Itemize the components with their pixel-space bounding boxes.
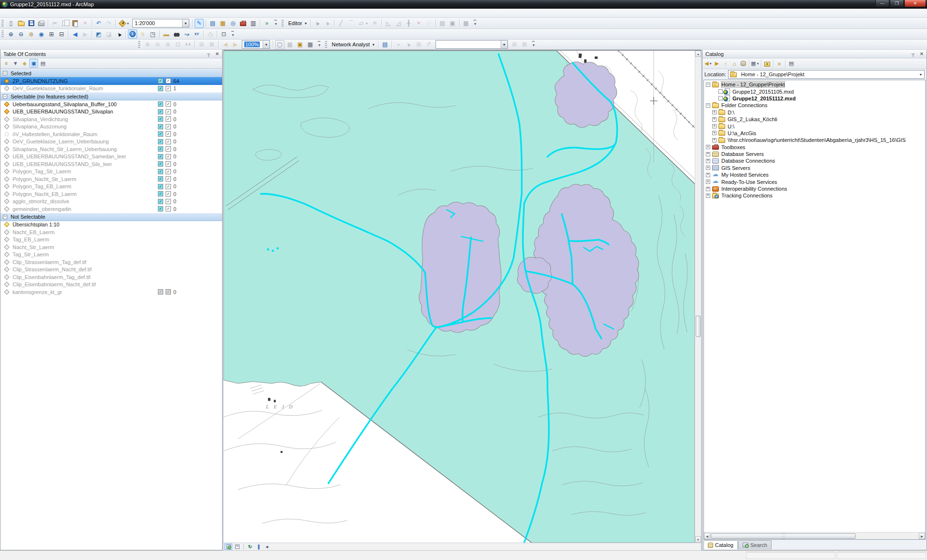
catalog-tree-item[interactable]: D:\ [704,109,925,116]
pause-drawing-icon[interactable]: ∥ [255,544,263,550]
menu-item[interactable] [56,12,63,14]
network-build-icon[interactable]: ⊠ [520,40,529,49]
table-of-contents-window-icon[interactable]: ▤ [208,19,217,28]
selectable-checkbox[interactable]: ✓ [158,146,163,152]
expander-icon[interactable] [718,96,723,100]
default-geodatabase-icon[interactable] [739,59,747,68]
delete-icon[interactable]: × [81,19,90,28]
route-layer-combo[interactable]: ▼ [435,40,508,49]
toolbar-grip[interactable] [325,41,327,48]
toc-options-icon[interactable]: ▤ [39,59,47,68]
selection-count-checkbox[interactable]: ✓ [166,116,171,122]
catalog-tree-item[interactable]: Home - 12_Gruppe\Projekt [704,81,925,88]
toc-layer-row[interactable]: OeV_Gueteklasse_Laerm_Ueberbauung ✓ ✓ 0 [0,138,222,146]
select-network-location-icon[interactable]: ▲ [404,40,413,49]
selection-count-checkbox[interactable]: ✓ [166,131,171,137]
selection-count-checkbox[interactable]: ✓ [166,191,171,196]
edit-sketch-icon[interactable]: ✎ [195,19,204,28]
collapse-icon[interactable] [3,71,7,75]
change-layout-icon[interactable]: ▣ [295,40,305,49]
dropdown-arrow-icon[interactable]: ▼ [917,70,924,78]
layout-pan-icon[interactable]: ⊛ [163,40,172,49]
add-data-icon[interactable]: ▼ [118,19,127,28]
toc-layer-row[interactable]: Clip_Strassenlaerm_Tag_def.tif ✓ ✓ [0,258,222,266]
layout-zoom-whole-page-icon[interactable]: ⊡ [173,40,183,49]
contents-view-icon[interactable]: ▦▼ [751,59,759,68]
title-bar[interactable]: Gruppe12_20151112.mxd - ArcMap — ❐ ✕ [0,0,927,9]
selection-count-checkbox[interactable]: ✓ [166,289,171,294]
selection-count-checkbox[interactable]: ✓ [166,78,171,84]
save-icon[interactable] [27,19,36,28]
toc-layer-row[interactable]: ZP_GRUNDNUTZUNG ✓ ✓ 64 [0,77,222,85]
modelbuilder-icon[interactable]: » [262,19,271,28]
measure-icon[interactable]: ▬ [162,29,171,39]
toc-layer-row[interactable]: UEB_UEBERBAUUNGSSTAND_Silvaplan ✓ ✓ 0 [0,108,222,116]
data-view-button[interactable] [225,544,232,550]
expander-icon[interactable] [712,138,716,142]
toc-close-icon[interactable]: ✕ [214,51,221,57]
toc-layer-row[interactable]: Tag_EB_Laerm ✓ ✓ [0,236,222,244]
selectable-checkbox[interactable]: ✓ [158,206,163,211]
dropdown-arrow-icon[interactable]: ▼ [501,41,507,48]
expander-icon[interactable] [706,166,710,170]
selection-count-checkbox[interactable]: ✓ [166,176,171,182]
back-arrow-icon[interactable]: ◀▼ [704,59,713,68]
expander-icon[interactable] [706,103,710,108]
refresh-view-icon[interactable]: ↻ [246,544,254,550]
scroll-up-icon[interactable]: ▲ [695,51,701,57]
toolbar-overflow-icon[interactable]: ▔▼ [273,19,279,28]
trim-tool-icon[interactable]: ╂ [404,19,413,28]
menu-item[interactable] [63,12,70,14]
forward-arrow-icon[interactable]: ▶ [713,59,721,68]
toolbar-grip[interactable] [138,41,140,48]
catalog-tree-item[interactable]: My Hosted Services [704,171,925,178]
selectable-checkbox[interactable]: ✓ [158,161,163,167]
minimize-button[interactable]: — [875,0,889,7]
go-to-xy-icon[interactable]: XY [192,29,201,39]
selection-count-checkbox[interactable]: ✓ [166,101,171,107]
rotate-tool-icon[interactable]: ◿ [394,19,403,28]
selectable-checkbox[interactable]: ✓ [158,116,163,122]
layout-zoom-combo[interactable]: 100%▼ [242,40,270,49]
point-snap-icon[interactable]: ✳ [370,19,379,28]
selectable-checkbox[interactable]: ✓ [158,184,163,189]
new-document-icon[interactable]: ▯ [6,19,15,28]
pan-icon[interactable]: ⊛ [27,29,36,39]
collapse-icon[interactable] [3,215,7,219]
python-window-icon[interactable]: ▥ [249,19,258,28]
network-analyst-menu[interactable]: Network Analyst▼ [329,40,377,49]
layout-view-button[interactable] [233,544,241,550]
scroll-right-icon[interactable]: ▶ [919,533,925,539]
catalog-tree-item[interactable]: Toolboxes [704,144,925,151]
toc-layer-row[interactable]: OeV_Gueteklasse_funktionaler_Raum ✓ ✓ 1 [0,85,222,93]
selection-count-checkbox[interactable]: ✓ [166,206,171,211]
selection-count-checkbox[interactable]: ✓ [166,139,171,144]
expander-icon[interactable] [706,152,710,156]
catalog-tree-item[interactable]: Ready-To-Use Services [704,178,925,185]
copy-icon[interactable] [60,19,70,28]
toc-layer-row[interactable]: kantonsgrenze_kt_gr ✓ ✓ 0 [0,288,222,296]
map-scale-combo[interactable]: 1:20'000▼ [132,19,189,28]
list-by-selection-icon[interactable]: ▣ [29,59,38,68]
toc-layer-row[interactable]: Polygon_Tag_Str_Laerm ✓ ✓ 0 [0,168,222,176]
find-icon[interactable] [172,29,181,39]
undo-icon[interactable]: ↶ [94,19,103,28]
selectable-checkbox[interactable]: ✓ [158,176,163,182]
toolbar-overflow-icon[interactable]: ▔▼ [472,19,478,28]
print-icon[interactable] [37,19,46,28]
selectable-checkbox[interactable]: ✓ [158,154,163,159]
catalog-tree-item[interactable]: Tracking Connections [704,192,925,199]
map-canvas[interactable]: Champfèr [224,51,695,543]
catalog-window-icon[interactable]: ▦ [218,19,227,28]
catalog-close-icon[interactable]: ✕ [918,51,925,57]
catalog-tree-item[interactable]: Database Servers [704,151,925,157]
selectable-checkbox[interactable]: ✓ [158,78,163,84]
collapse-icon[interactable] [3,94,7,98]
expander-icon[interactable] [712,110,716,114]
toc-layer-row[interactable]: Nacht_Str_Laerm ✓ ✓ [0,243,222,251]
tab-catalog[interactable]: Catalog [703,540,738,549]
menu-item[interactable] [49,12,56,14]
map-vertical-scrollbar[interactable]: ▲ ▼ [695,51,701,543]
selectable-checkbox[interactable]: ✓ [158,131,163,137]
search-window-icon[interactable]: ◎ [228,19,238,28]
